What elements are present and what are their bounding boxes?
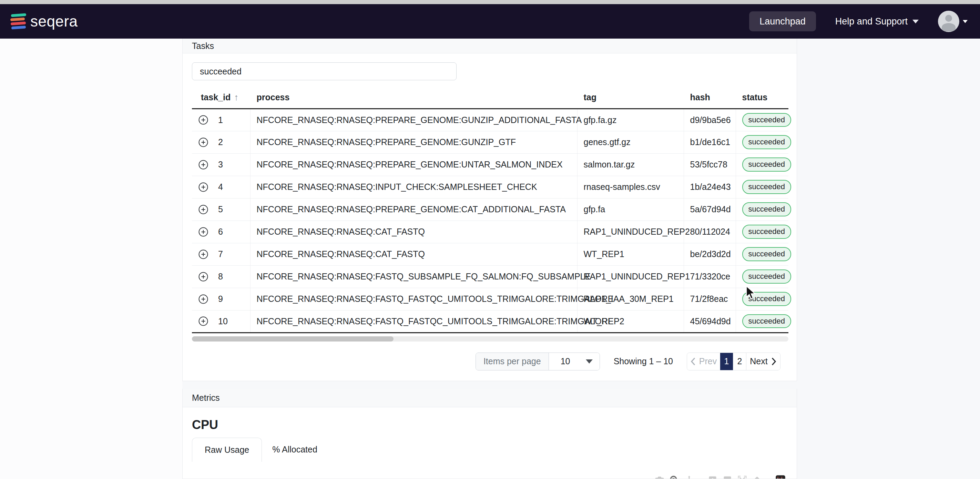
task-id-cell: 5 [192,198,250,221]
sort-ascending-icon: ↑ [234,92,239,102]
table-row[interactable]: 1 NFCORE_RNASEQ:RNASEQ:PREPARE_GENOME:GU… [192,108,788,131]
task-id-cell: 4 [192,176,250,198]
zoom-out-icon[interactable] [722,475,733,479]
user-menu[interactable] [938,11,967,32]
task-id-cell: 7 [192,243,250,265]
seqera-logo-icon [10,13,26,30]
task-search-input[interactable] [192,62,457,80]
hash-cell: 53/5fcc78 [684,153,736,176]
plotly-logo-icon[interactable] [775,475,786,479]
horizontal-scrollbar[interactable] [192,336,788,342]
status-badge: succeeded [742,113,791,127]
hash-cell: b1/de16c1 [684,131,736,153]
hash-cell: 1b/a24e43 [684,176,736,198]
expand-row-icon[interactable] [198,227,208,237]
column-header-process[interactable]: process [250,89,577,108]
expand-row-icon[interactable] [198,272,208,282]
tag-cell: RAP1_UNINDUCED_REP1 [577,265,684,288]
process-cell: NFCORE_RNASEQ:RNASEQ:FASTQ_SUBSAMPLE_FQ_… [250,265,577,288]
help-and-support-menu[interactable]: Help and Support [835,16,919,27]
zoom-icon[interactable] [669,475,679,479]
tag-cell: gfp.fa [577,198,684,221]
status-badge: succeeded [742,225,791,239]
brand-name: seqera [30,13,78,30]
top-navbar: seqera Launchpad Help and Support [0,4,980,38]
tab-percent-allocated[interactable]: % Allocated [262,438,328,461]
chevron-down-icon [586,360,593,364]
tasks-card: Tasks task_id↑ process tag hash status [182,38,797,381]
table-row[interactable]: 2 NFCORE_RNASEQ:RNASEQ:PREPARE_GENOME:GU… [192,131,788,153]
expand-row-icon[interactable] [198,249,208,259]
process-cell: NFCORE_RNASEQ:RNASEQ:FASTQ_FASTQC_UMITOO… [250,288,577,310]
hash-cell: 71/2f8eac [684,288,736,310]
horizontal-scrollbar-thumb[interactable] [192,336,393,342]
zoom-in-icon[interactable] [708,475,718,479]
metrics-card: Metrics CPU Raw Usage % Allocated [182,389,797,479]
expand-row-icon[interactable] [198,294,208,304]
task-id-cell: 1 [192,108,250,131]
expand-row-icon[interactable] [198,115,208,125]
camera-icon[interactable] [654,475,665,479]
column-header-hash[interactable]: hash [684,89,736,108]
hash-cell: 45/694d9d [684,310,736,333]
status-cell: succeeded [736,153,788,176]
hash-cell: 71/3320ce [684,265,736,288]
status-badge: succeeded [742,202,791,216]
table-row[interactable]: 6 NFCORE_RNASEQ:RNASEQ:CAT_FASTQ RAP1_UN… [192,221,788,243]
task-id-value: 4 [218,182,223,192]
expand-row-icon[interactable] [198,137,208,148]
tab-raw-usage[interactable]: Raw Usage [192,438,262,462]
process-cell: NFCORE_RNASEQ:RNASEQ:CAT_FASTQ [250,243,577,265]
plot-toolbar [654,475,786,479]
table-row[interactable]: 7 NFCORE_RNASEQ:RNASEQ:CAT_FASTQ WT_REP1… [192,243,788,265]
table-row[interactable]: 4 NFCORE_RNASEQ:RNASEQ:INPUT_CHECK:SAMPL… [192,176,788,198]
task-id-cell: 3 [192,153,250,176]
items-per-page-value: 10 [561,356,570,366]
process-cell: NFCORE_RNASEQ:RNASEQ:PREPARE_GENOME:GUNZ… [250,131,577,153]
launchpad-button[interactable]: Launchpad [749,11,816,31]
task-id-value: 1 [218,115,223,125]
help-and-support-label: Help and Support [835,16,908,27]
table-row[interactable]: 3 NFCORE_RNASEQ:RNASEQ:PREPARE_GENOME:UN… [192,153,788,176]
status-badge: succeeded [742,158,791,171]
pan-icon[interactable] [684,475,694,479]
column-header-task-id[interactable]: task_id↑ [192,89,250,108]
showing-range-label: Showing 1 – 10 [614,356,673,366]
task-id-value: 2 [218,137,223,147]
avatar[interactable] [938,11,959,32]
status-badge: succeeded [742,269,791,283]
expand-row-icon[interactable] [198,204,208,215]
tag-cell: WT_REP1 [577,243,684,265]
column-header-tag[interactable]: tag [577,89,684,108]
expand-row-icon[interactable] [198,159,208,170]
cpu-heading: CPU [192,418,788,432]
page-button-2[interactable]: 2 [733,353,746,370]
table-row[interactable]: 9 NFCORE_RNASEQ:RNASEQ:FASTQ_FASTQC_UMIT… [192,288,788,310]
column-header-status[interactable]: status [736,89,788,108]
status-cell: succeeded [736,176,788,198]
tag-cell: RAP1_UNINDUCED_REP2 [577,221,684,243]
seqera-logo[interactable]: seqera [10,13,78,30]
task-id-value: 10 [218,316,228,326]
page-button-1[interactable]: 1 [720,353,733,370]
table-row[interactable]: 8 NFCORE_RNASEQ:RNASEQ:FASTQ_SUBSAMPLE_F… [192,265,788,288]
home-icon[interactable] [752,475,762,479]
items-per-page-control: Items per page 10 [476,353,600,371]
task-id-value: 3 [218,159,223,170]
status-cell: succeeded [736,265,788,288]
items-per-page-select[interactable]: 10 [549,353,600,370]
next-page-button[interactable]: Next [746,353,780,370]
cpu-tabs: Raw Usage % Allocated [192,438,788,462]
tasks-title: Tasks [192,41,214,51]
prev-page-button[interactable]: Prev [687,353,720,370]
pagination-row: Items per page 10 Showing 1 – 10 Prev 1 … [192,353,788,371]
table-row[interactable]: 10 NFCORE_RNASEQ:RNASEQ:FASTQ_FASTQC_UMI… [192,310,788,333]
process-cell: NFCORE_RNASEQ:RNASEQ:PREPARE_GENOME:GUNZ… [250,108,577,131]
tag-cell: WT_REP2 [577,310,684,333]
task-id-cell: 8 [192,265,250,288]
expand-row-icon[interactable] [198,316,208,326]
autoscale-icon[interactable] [737,475,748,479]
expand-row-icon[interactable] [198,182,208,192]
task-id-cell: 2 [192,131,250,153]
table-row[interactable]: 5 NFCORE_RNASEQ:RNASEQ:PREPARE_GENOME:CA… [192,198,788,221]
